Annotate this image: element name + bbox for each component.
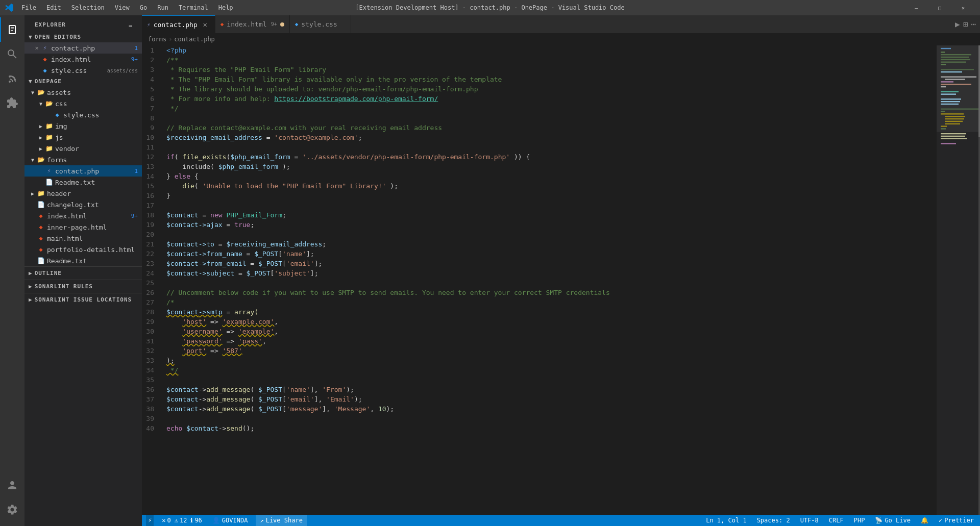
line-number: 2 [146, 55, 154, 65]
folder-vendor[interactable]: ▶ 📁 vendor [24, 143, 142, 154]
close-icon[interactable]: ✕ [33, 44, 41, 52]
line-number: 5 [146, 84, 154, 94]
folder-img[interactable]: ▶ 📁 img [24, 120, 142, 132]
tab-style-css[interactable]: ◆ style.css [290, 15, 351, 33]
code-editor[interactable]: <?php/** * Requires the "PHP Email Form"… [162, 45, 937, 515]
menu-help[interactable]: Help [214, 3, 237, 12]
file-label: contact.php [51, 44, 131, 52]
sonarlint-issues-header[interactable]: ▶ SONARLINT ISSUE LOCATIONS [24, 293, 142, 306]
file-readme-root[interactable]: 📄 Readme.txt [24, 255, 142, 266]
close-button[interactable]: ✕ [951, 0, 975, 15]
prettier-button[interactable]: ✓ Prettier [937, 515, 976, 526]
tab-index-html[interactable]: ◆ index.html 9+ [215, 15, 290, 33]
bell-icon: 🔔 [921, 517, 928, 524]
open-editor-contact-php[interactable]: ✕ ⚡ contact.php 1 [24, 42, 142, 54]
file-readme-forms[interactable]: 📄 Readme.txt [24, 177, 142, 188]
split-editor-button[interactable]: ⊞ [963, 19, 968, 29]
menu-edit[interactable]: Edit [42, 3, 65, 12]
more-actions-button[interactable]: ⋯ [971, 19, 976, 29]
folder-assets[interactable]: ▼ 📂 assets [24, 87, 142, 98]
line-number: 9 [146, 123, 154, 133]
run-button[interactable]: ▶ [955, 19, 960, 29]
minimize-button[interactable]: – [904, 0, 928, 15]
onepage-header[interactable]: ▼ ONEPAGE [24, 76, 142, 87]
chevron-down-icon: ▼ [29, 90, 37, 95]
php-icon: ⚡ [45, 167, 53, 175]
code-line: $contact->subject = $_POST['subject']; [166, 268, 937, 278]
activity-extensions[interactable] [0, 91, 24, 115]
maximize-button[interactable]: □ [928, 0, 951, 15]
breadcrumb-forms[interactable]: forms [148, 36, 166, 43]
remote-indicator[interactable]: ⚡ [146, 515, 154, 526]
line-number: 36 [146, 385, 154, 394]
app-body: EXPLORER … ▼ OPEN EDITORS ✕ ⚡ contact.ph… [0, 15, 980, 526]
tab-label: index.html [227, 20, 266, 28]
file-inner-page[interactable]: ◆ inner-page.html [24, 221, 142, 233]
file-contact-php[interactable]: ⚡ contact.php 1 [24, 165, 142, 177]
sonarlint-rules-header[interactable]: ▶ SONARLINT RULES [24, 280, 142, 293]
menu-terminal[interactable]: Terminal [175, 3, 212, 12]
activity-search[interactable] [0, 42, 24, 66]
file-label: style.css [51, 67, 107, 74]
indentation[interactable]: Spaces: 2 [755, 515, 792, 526]
encoding[interactable]: UTF-8 [798, 515, 821, 526]
code-line: * The library should be uploaded to: ven… [166, 84, 937, 94]
activity-account[interactable] [0, 473, 24, 497]
editor-area: 1234567891011121314151617181920212223242… [142, 45, 980, 515]
svg-rect-35 [941, 143, 956, 144]
folder-header[interactable]: ▶ 📁 header [24, 188, 142, 199]
menu-selection[interactable]: Selection [67, 3, 109, 12]
chevron-right-icon: ▶ [29, 283, 33, 290]
activity-settings[interactable] [0, 497, 24, 522]
breadcrumb-separator: › [168, 36, 172, 43]
notification-icon[interactable]: 🔔 [919, 515, 930, 526]
file-portfolio-details[interactable]: ◆ portfolio-details.html [24, 244, 142, 255]
line-number: 16 [146, 191, 154, 201]
menu-run[interactable]: Run [153, 3, 173, 12]
line-number: 22 [146, 249, 154, 259]
folder-label: header [47, 190, 142, 197]
error-icon: ✕ [162, 517, 165, 524]
file-index-html[interactable]: ◆ index.html 9+ [24, 210, 142, 221]
folder-forms[interactable]: ▼ 📂 forms [24, 154, 142, 165]
activity-explorer[interactable] [0, 17, 24, 42]
minimap [937, 45, 980, 515]
warning-icon: ⚠ [175, 517, 178, 524]
open-editors-header[interactable]: ▼ OPEN EDITORS [24, 32, 142, 42]
file-label: inner-page.html [47, 223, 142, 231]
code-line [166, 230, 937, 239]
file-changelog[interactable]: 📄 changelog.txt [24, 199, 142, 210]
user-badge[interactable]: 👤 GOVINDA [210, 515, 250, 526]
menu-go[interactable]: Go [136, 3, 151, 12]
tab-label: style.css [301, 20, 337, 28]
sidebar: EXPLORER … ▼ OPEN EDITORS ✕ ⚡ contact.ph… [24, 15, 142, 526]
folder-open-icon: 📂 [37, 156, 45, 164]
user-icon: 👤 [212, 517, 220, 524]
sonarlint-issues-section: ▶ SONARLINT ISSUE LOCATIONS [24, 293, 142, 306]
file-style-css[interactable]: ◆ style.css [24, 109, 142, 120]
language-mode[interactable]: PHP [852, 515, 867, 526]
menu-file[interactable]: File [17, 3, 40, 12]
open-editor-index-html[interactable]: ◆ index.html 9+ [24, 54, 142, 65]
tab-close-button[interactable]: ✕ [201, 20, 210, 29]
activity-source-control[interactable] [0, 66, 24, 91]
folder-icon: 📁 [37, 189, 45, 197]
live-share-button[interactable]: ↗ Live Share [256, 515, 306, 526]
menu-view[interactable]: View [111, 3, 134, 12]
folder-css[interactable]: ▼ 📂 css [24, 98, 142, 109]
tab-contact-php[interactable]: ⚡ contact.php ✕ [142, 15, 215, 33]
folder-label: assets [47, 89, 142, 96]
cursor-position[interactable]: Ln 1, Col 1 [704, 515, 748, 526]
menu-bar: File Edit Selection View Go Run Terminal… [17, 3, 237, 12]
go-live-button[interactable]: 📡 Go Live [873, 515, 913, 526]
outline-header[interactable]: ▶ OUTLINE [24, 267, 142, 280]
breadcrumb-file[interactable]: contact.php [174, 36, 214, 43]
file-main-html[interactable]: ◆ main.html [24, 233, 142, 244]
error-count[interactable]: ✕ 0 ⚠ 12 ℹ 96 [160, 515, 204, 526]
info-icon: ℹ [190, 517, 193, 524]
folder-js[interactable]: ▶ 📁 js [24, 132, 142, 143]
svg-rect-34 [941, 138, 967, 139]
line-ending[interactable]: CRLF [827, 515, 846, 526]
open-editor-style-css[interactable]: ◆ style.css assets/css [24, 65, 142, 76]
new-file-button[interactable]: … [126, 19, 136, 30]
